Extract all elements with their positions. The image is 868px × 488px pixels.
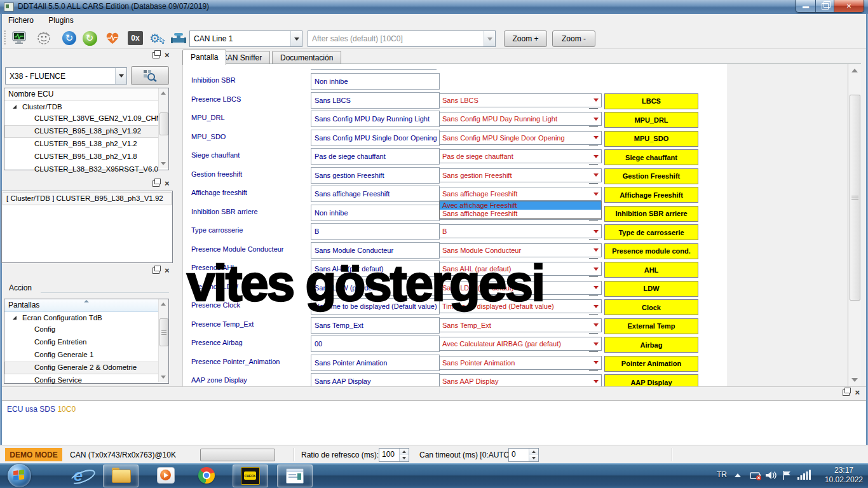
can-line-select[interactable]: CAN Line 1 (189, 30, 302, 47)
internet-explorer-icon[interactable]: e (64, 464, 93, 486)
scroll-up-icon[interactable] (161, 302, 166, 306)
ddt4all-icon[interactable]: CHECK (233, 464, 268, 487)
vehicle-dropdown-button[interactable] (115, 68, 126, 84)
menu-fichero[interactable]: Fichero (2, 14, 40, 27)
param-send-button[interactable]: Type de carrosserie (604, 224, 698, 240)
toolbar-drag-handle[interactable] (4, 30, 6, 46)
param-send-button[interactable]: AAP Display (604, 374, 698, 386)
param-value-field[interactable]: Sans LBCS (311, 92, 440, 109)
param-value-field[interactable]: B (311, 223, 440, 240)
param-send-button[interactable]: LDW (604, 281, 698, 297)
app-window-icon[interactable] (277, 464, 313, 487)
dropdown-arrow-icon[interactable] (591, 248, 601, 252)
screen-list-item[interactable]: Config Generale 2 & Odometrie (4, 362, 159, 374)
tab-pantalla[interactable]: Pantalla (182, 50, 226, 65)
ecu-tree-item[interactable]: CLUSTER_L38VE_GEN2_V1.09_CHN (4, 112, 159, 125)
param-send-button[interactable]: Siege chauffant (604, 149, 698, 165)
ecu-tree-item[interactable]: CLUSTER_B95_L38_ph2_V1.8 (4, 151, 159, 163)
can-line-dropdown-button[interactable] (290, 31, 302, 46)
param-send-button[interactable]: Presence module cond. (604, 243, 698, 259)
float-pane-icon[interactable] (843, 390, 850, 396)
hidden-icons-arrow[interactable] (735, 473, 741, 477)
float-pane-icon[interactable] (153, 52, 159, 58)
param-send-button[interactable]: MPU_DRL (604, 112, 698, 128)
param-send-button[interactable]: AHL (604, 262, 698, 278)
param-value-field[interactable]: 00 (311, 336, 440, 352)
param-value-field[interactable]: Sans Config MPU Day Running Light (311, 111, 440, 127)
menu-plugins[interactable]: Plugins (42, 14, 79, 27)
scrollbar-thumb[interactable] (159, 112, 168, 135)
close-button[interactable]: ✕ (834, 0, 864, 12)
param-send-button[interactable]: Affichage Freeshift (604, 187, 698, 203)
restore-button[interactable] (816, 0, 834, 12)
scroll-up-icon[interactable] (161, 92, 166, 95)
param-combo[interactable]: Sans LBCS (439, 93, 602, 107)
param-combo[interactable]: Sans Config MPU Single Door Opening (439, 131, 602, 145)
tree-expander-icon[interactable] (13, 316, 17, 320)
close-pane-icon[interactable]: × (165, 268, 170, 274)
screen-list-item[interactable]: Config (4, 323, 159, 336)
param-send-button[interactable]: Pointer Animation (604, 356, 698, 372)
dropdown-arrow-icon[interactable] (591, 286, 601, 289)
dropdown-arrow-icon[interactable] (591, 230, 601, 233)
scroll-down-icon[interactable] (161, 162, 166, 165)
param-value-field[interactable]: Non inhibe (311, 73, 440, 90)
zoom-in-button[interactable]: Zoom + (504, 30, 547, 47)
tree-expander-icon[interactable] (13, 105, 17, 109)
scroll-down-icon[interactable] (851, 378, 858, 382)
open-dropdown-list[interactable]: Avec affichage FreeshiftSans affichage F… (439, 201, 602, 219)
ecu-search-button[interactable] (131, 66, 169, 85)
can-timeout-spinner[interactable]: 0 (508, 448, 539, 462)
scrollbar-thumb[interactable] (850, 95, 860, 301)
param-combo[interactable]: Sans Config MPU Day Running Light (439, 112, 602, 126)
valve-icon[interactable] (170, 30, 187, 46)
dropdown-arrow-icon[interactable] (591, 173, 601, 177)
screen-list-item[interactable]: Config Service (4, 374, 159, 387)
param-combo[interactable]: B (439, 224, 602, 238)
param-value-field[interactable]: Non inhibe (311, 205, 440, 221)
param-value-field[interactable]: Sans Config MPU Single Door Opening (311, 130, 440, 146)
float-pane-icon[interactable] (153, 180, 159, 187)
param-value-field[interactable]: Sans Pointer Animation (311, 355, 440, 371)
close-pane-icon[interactable]: × (165, 52, 170, 58)
param-combo[interactable]: Avec Calculateur AIRBAG (par defaut) (439, 337, 602, 351)
health-icon[interactable] (104, 30, 121, 46)
ecu-tree-header[interactable]: Nombre ECU (4, 88, 168, 101)
dropdown-arrow-icon[interactable] (591, 380, 601, 383)
dropdown-arrow-icon[interactable] (591, 155, 601, 158)
ecu-tree-item[interactable]: CLUSTER_B95_L38_ph2_V1.2 (4, 138, 159, 151)
param-value-field[interactable]: Sans AAP Display (311, 373, 440, 386)
param-value-field[interactable]: Sans affichage Freeshift (311, 186, 440, 202)
param-send-button[interactable]: Gestion Freeshift (604, 168, 698, 184)
expert-mode-icon[interactable] (35, 30, 53, 46)
refresh-rate-spinner[interactable]: 100 (379, 448, 409, 462)
media-player-icon[interactable] (151, 464, 180, 486)
param-value-field[interactable]: Sans gestion Freeshift (311, 167, 440, 184)
param-send-button[interactable]: Inhibition SBR arriere (604, 206, 698, 222)
param-value-field[interactable]: Pas de siege chauffant (311, 148, 440, 165)
param-send-button[interactable]: LBCS (604, 93, 698, 109)
spin-down-button[interactable] (400, 455, 409, 461)
dropdown-arrow-icon[interactable] (591, 136, 601, 139)
dropdown-arrow-icon[interactable] (591, 305, 601, 308)
vehicle-select[interactable]: X38 - FLUENCE (5, 67, 127, 85)
screen-list-item[interactable]: Config Generale 1 (4, 349, 159, 362)
taskbar-clock[interactable]: 23:17 10.02.2022 (825, 466, 863, 485)
profile-select[interactable]: After sales (default) [10C0] (308, 30, 496, 47)
dropdown-option[interactable]: Avec affichage Freeshift (440, 201, 601, 210)
screen-list-item[interactable]: Config Entretien (4, 336, 159, 349)
spin-up-button[interactable] (529, 449, 538, 455)
refresh-green-icon[interactable]: ↻ (81, 30, 98, 46)
dropdown-arrow-icon[interactable] (591, 323, 601, 327)
screens-tree-group[interactable]: Ecran Configuration TdB (4, 312, 159, 323)
gear-click-icon[interactable]: ⚙ (148, 30, 166, 46)
volume-icon[interactable] (765, 470, 776, 482)
param-combo[interactable]: Sans affichage Freeshift (439, 187, 602, 201)
param-send-button[interactable]: External Temp (604, 318, 698, 334)
spin-down-button[interactable] (529, 455, 538, 461)
dropdown-arrow-icon[interactable] (591, 268, 601, 271)
file-explorer-icon[interactable] (103, 464, 139, 487)
scrollbar-thumb[interactable] (159, 318, 168, 346)
refresh-rate-value[interactable]: 100 (379, 449, 399, 461)
ecu-tree-group[interactable]: Cluster/TDB (4, 101, 159, 112)
